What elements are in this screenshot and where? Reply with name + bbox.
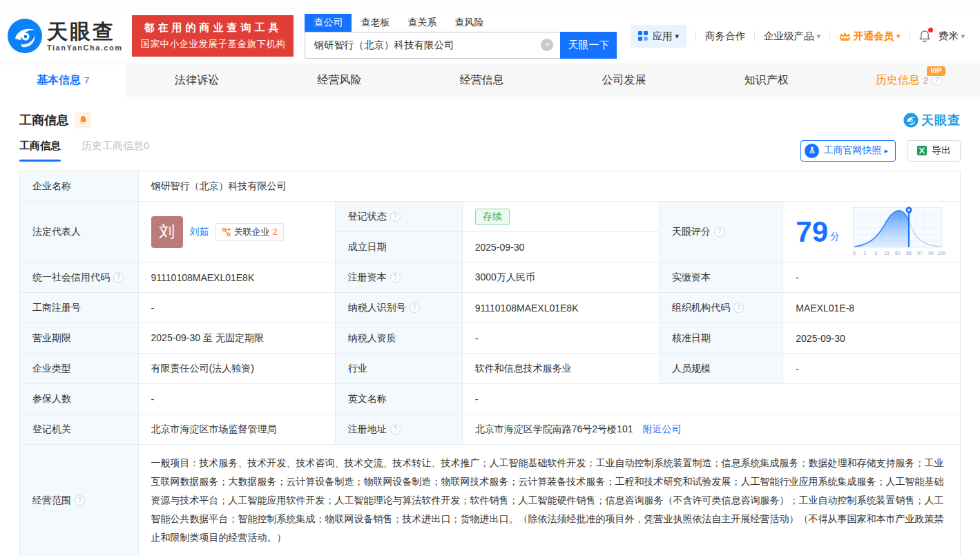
official-snapshot-button[interactable]: 工商官网快照 [800,140,896,162]
label-taxpayer-id: 纳税人识别号 [335,293,462,323]
help-icon[interactable] [410,303,420,313]
chevron-down-icon [961,32,965,41]
stamp-icon [805,144,819,158]
top-divider [0,0,980,8]
field-label: 经营范围 [32,495,71,506]
table-row: 企业名称 钢研智行（北京）科技有限公司 [20,171,961,202]
value-tianyan-score: 79 分 [783,202,961,262]
label-company-type: 企业类型 [20,354,139,384]
tab-basic-info[interactable]: 基本信息 7 [0,64,126,97]
business-info-table: 企业名称 钢研智行（北京）科技有限公司 法定代表人 刘 刘茹 [19,171,961,556]
label-approve-date: 核准日期 [660,323,783,354]
nav-cooperation[interactable]: 商务合作 [705,30,745,43]
table-row: 参保人数 - 英文名称 - [20,384,961,414]
field-label: 人员规模 [672,363,711,374]
field-label: 企业类型 [32,363,71,374]
label-insured-count: 参保人数 [20,384,139,414]
watermark-text: 天眼查 [921,112,961,128]
nav-divider [829,31,830,41]
nav-divider [754,31,755,41]
table-row: 经营范围 一般项目：技术服务、技术开发、技术咨询、技术交流、技术转让、技术推广；… [20,445,961,556]
user-name: 费米 [938,30,958,43]
table-row: 法定代表人 刘 刘茹 关联企业 [20,202,961,232]
crown-icon [839,31,851,41]
svg-text:1: 1 [863,251,866,256]
arrow-right-icon [884,146,888,155]
value-credit-code: 91110108MAEXL01E8K [138,262,335,293]
apps-menu[interactable]: 应用 [631,25,686,48]
slogan-line2: 国家中小企业发展子基金旗下机构 [137,38,288,50]
tianyancha-logo-icon [903,113,919,128]
table-row: 工商注册号 - 纳税人识别号 91110108MAEXL01E8K 组织机构代码… [20,293,961,323]
table-row: 统一社会信用代码 91110108MAEXL01E8K 注册资本 3000万人民… [20,262,961,293]
notifications-bell[interactable] [919,30,931,43]
help-icon[interactable] [75,495,85,506]
tab-label: 知识产权 [744,73,789,88]
bell-icon [79,115,88,125]
site-logo[interactable]: 天眼查 TianYanCha.com [7,18,122,54]
help-icon[interactable] [932,75,942,86]
user-menu[interactable]: 费米 [938,30,965,43]
search-button[interactable]: 天眼一下 [560,32,617,59]
score-distribution-chart[interactable]: 0 1 3 15 50 85 97 99 100 [849,204,948,260]
watermark-logo: 天眼查 [903,112,961,128]
toolbar: 工商官网快照 导出 [800,140,961,162]
search-input[interactable] [305,32,560,59]
tab-history-info[interactable]: VIP 历史信息 2 [838,64,980,97]
nav-enterprise[interactable]: 企业级产品 [764,30,820,43]
legal-rep-avatar[interactable]: 刘 [151,216,183,248]
subscribe-bell-button[interactable] [75,112,91,128]
related-companies-badge[interactable]: 关联企业 2 [215,223,284,241]
search-area: 查公司 查老板 查关系 查风险 天眼一下 [305,13,617,59]
value-approve-date: 2025-09-30 [783,323,961,354]
tab-label: 经营风险 [317,73,361,88]
nearby-companies-link[interactable]: 附近公司 [642,423,681,434]
tab-business-operations[interactable]: 经营信息 [410,64,553,97]
help-icon[interactable] [733,303,744,313]
field-label: 工商注册号 [32,302,81,313]
field-label: 参保人数 [32,393,71,404]
site-header: 天眼查 TianYanCha.com 都在用的商业查询工具 国家中小企业发展子基… [0,8,980,64]
tab-company-development[interactable]: 公司发展 [553,64,695,97]
legal-rep-name-link[interactable]: 刘茹 [190,226,209,238]
nav-enterprise-label: 企业级产品 [764,30,814,43]
value-reg-status: 存续 [462,202,659,232]
label-credit-code: 统一社会信用代码 [20,262,139,293]
svg-text:0: 0 [853,251,856,256]
field-label: 纳税人资质 [348,332,396,343]
subtab-history-business-info[interactable]: 历史工商信息0 [81,140,149,162]
field-label: 纳税人识别号 [348,302,406,313]
label-reg-number: 工商注册号 [20,293,139,323]
tab-label: 公司发展 [602,73,646,88]
value-paid-capital: - [783,262,961,293]
subtab-business-info[interactable]: 工商信息 [19,140,61,162]
help-icon[interactable] [390,272,401,282]
tab-label: 基本信息 [37,73,81,88]
help-icon[interactable] [390,211,401,222]
label-biz-term: 营业期限 [20,323,139,354]
subtab-row: 工商信息 历史工商信息0 工商官网快照 [19,140,961,162]
search-tab-boss[interactable]: 查老板 [352,14,398,32]
search-tab-company[interactable]: 查公司 [305,14,352,32]
help-icon[interactable] [113,272,124,282]
main-tabbar: 基本信息 7 法律诉讼 经营风险 经营信息 公司发展 知识产权 VIP 历史信息… [0,64,980,97]
field-label: 法定代表人 [32,226,81,237]
table-row: 营业期限 2025-09-30 至 无固定期限 纳税人资质 - 核准日期 202… [20,323,961,354]
logo-text: 天眼查 TianYanCha.com [47,21,122,52]
help-icon[interactable] [714,227,724,237]
tab-operational-risk[interactable]: 经营风险 [268,64,410,97]
search-tab-relation[interactable]: 查关系 [398,14,445,32]
nav-vip[interactable]: 开通会员 [839,30,901,43]
field-label: 成立日期 [348,241,387,252]
tab-intellectual-property[interactable]: 知识产权 [695,64,838,97]
field-label: 统一社会信用代码 [32,271,110,282]
value-company-type: 有限责任公司(法人独资) [138,354,335,384]
search-tab-risk[interactable]: 查风险 [445,14,492,32]
export-label: 导出 [932,144,951,157]
svg-text:85: 85 [906,251,912,256]
field-label: 核准日期 [672,332,711,343]
field-label: 实缴资本 [672,271,711,282]
export-button[interactable]: 导出 [907,140,961,162]
help-icon[interactable] [390,424,401,434]
tab-legal-proceedings[interactable]: 法律诉讼 [126,64,268,97]
